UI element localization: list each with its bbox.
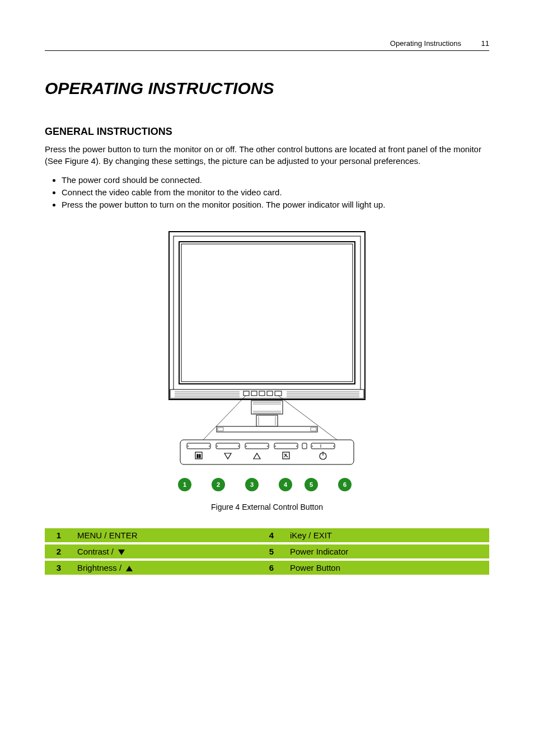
triangle-up-icon: [126, 566, 133, 571]
svg-rect-36: [302, 443, 307, 449]
svg-rect-34: [245, 443, 269, 449]
page-title: OPERATING INSTRUCTIONS: [45, 79, 489, 98]
control-num: 3: [45, 560, 73, 576]
svg-rect-23: [256, 415, 278, 426]
svg-rect-26: [217, 426, 317, 432]
svg-rect-37: [311, 443, 335, 449]
control-label: Brightness /: [73, 560, 257, 576]
svg-line-30: [278, 396, 339, 442]
control-marker-4: 4: [279, 478, 292, 491]
svg-rect-33: [216, 443, 240, 449]
control-num: 2: [45, 543, 73, 560]
control-num: 1: [45, 528, 73, 543]
control-marker-6: 6: [338, 478, 352, 491]
table-row: 1 MENU / ENTER 4 iKey / EXIT: [45, 528, 489, 543]
svg-rect-18: [251, 401, 283, 414]
control-label: Contrast /: [73, 543, 257, 560]
control-marker-2: 2: [212, 478, 225, 491]
control-num: 4: [257, 528, 285, 543]
svg-rect-35: [274, 443, 298, 449]
triangle-down-icon: [118, 550, 125, 555]
svg-rect-50: [197, 454, 198, 458]
control-label-text: Brightness /: [77, 563, 121, 572]
monitor-illustration: 1 2 3 4 5 6: [155, 226, 379, 491]
header-running: Operating Instructions: [390, 39, 461, 48]
control-label: iKey / EXIT: [285, 528, 489, 543]
svg-rect-2: [179, 242, 355, 384]
control-label: Power Button: [285, 560, 489, 576]
control-marker-5: 5: [305, 478, 318, 491]
svg-rect-51: [199, 454, 200, 458]
control-label: MENU / ENTER: [73, 528, 257, 543]
general-paragraph: Press the power button to turn the monit…: [45, 143, 489, 167]
monitor-svg: [163, 226, 371, 483]
bullet-item: Connect the video cable from the monitor…: [62, 187, 489, 197]
general-bullets: The power cord should be connected. Conn…: [62, 175, 489, 209]
controls-table: 1 MENU / ENTER 4 iKey / EXIT 2 Contrast …: [45, 528, 489, 577]
table-row: 2 Contrast / 5 Power Indicator: [45, 543, 489, 560]
control-label-text: Contrast /: [77, 547, 114, 556]
figure-caption: Figure 4 External Control Button: [45, 503, 489, 511]
control-marker-1: 1: [178, 478, 191, 491]
table-row: 3 Brightness / 6 Power Button: [45, 560, 489, 576]
bullet-item: Press the power button to turn on the mo…: [62, 200, 489, 209]
general-heading: GENERAL INSTRUCTIONS: [45, 126, 489, 138]
svg-line-29: [202, 396, 246, 442]
bullet-item: The power cord should be connected.: [62, 175, 489, 185]
svg-rect-32: [187, 443, 210, 449]
page-number: 11: [481, 39, 489, 48]
control-marker-3: 3: [245, 478, 259, 491]
control-num: 5: [257, 543, 285, 560]
control-label: Power Indicator: [285, 543, 489, 560]
control-num: 6: [257, 560, 285, 576]
